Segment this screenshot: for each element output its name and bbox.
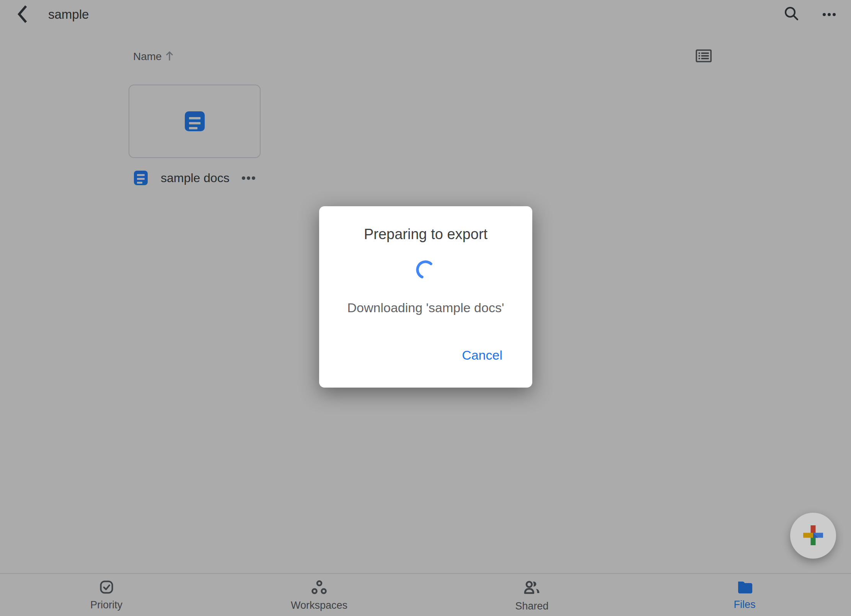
loading-spinner-icon — [415, 259, 436, 282]
create-fab-button[interactable] — [790, 513, 836, 559]
dialog-title: Preparing to export — [319, 226, 532, 243]
multicolor-plus-icon — [803, 525, 823, 546]
export-progress-dialog: Preparing to export Downloading 'sample … — [319, 206, 532, 388]
cancel-button[interactable]: Cancel — [457, 345, 507, 366]
drive-app-screen: sample Name sa — [0, 0, 851, 616]
dialog-message: Downloading 'sample docs' — [319, 300, 532, 315]
